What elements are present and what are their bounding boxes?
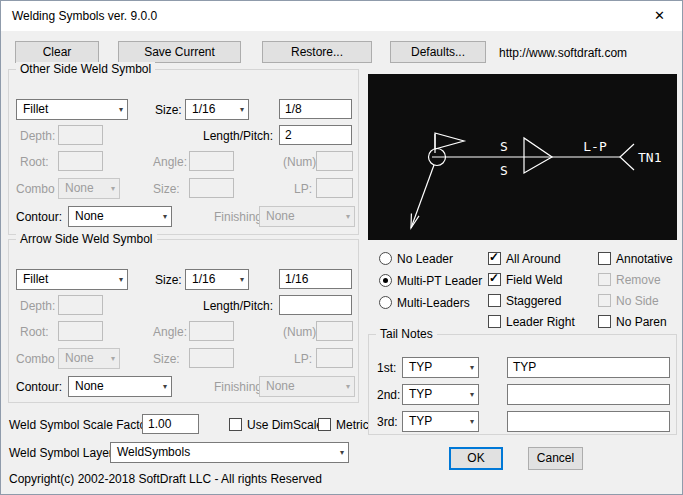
- multi-pt-leader-radio-circle: [379, 274, 392, 287]
- other-side-size-label: Size:: [155, 103, 182, 117]
- tail-note-3rd-field[interactable]: [507, 411, 670, 432]
- preview-size-upper: S: [500, 139, 508, 154]
- arrow-side-finishing-label: Finishing: [214, 380, 262, 394]
- dropdown-arrow-icon: ▾: [470, 390, 474, 400]
- dropdown-arrow-icon: ▾: [111, 184, 115, 194]
- arrow-side-type-select[interactable]: Fillet ▾: [16, 269, 128, 290]
- other-side-combo-select: None ▾: [58, 178, 120, 199]
- annotative-checkbox[interactable]: ✓ Annotative: [598, 251, 673, 266]
- layer-select[interactable]: WeldSymbols ▾: [110, 442, 349, 463]
- tail-note-2nd-label: 2nd:: [377, 388, 400, 402]
- dropdown-arrow-icon: ▾: [240, 275, 244, 285]
- annotative-checkbox-box: ✓: [598, 252, 611, 265]
- arrow-side-num-field: [316, 321, 353, 341]
- staggered-label: Staggered: [506, 294, 561, 308]
- all-around-checkbox[interactable]: ✓ All Around: [488, 251, 561, 266]
- multi-pt-leader-radio-label: Multi-PT Leader: [397, 274, 482, 288]
- other-side-combo-value: None: [65, 181, 94, 195]
- tail-note-1st-field[interactable]: TYP: [507, 357, 670, 378]
- other-side-angle-field: [189, 151, 234, 171]
- arrow-side-root-field: [58, 321, 103, 341]
- other-side-size-select[interactable]: 1/16 ▾: [185, 99, 249, 120]
- remove-checkbox-box: ✓: [598, 273, 611, 286]
- other-side-size-field[interactable]: 1/8: [279, 99, 352, 119]
- tail-note-2nd-field[interactable]: [507, 384, 670, 405]
- arrow-side-finishing-value: None: [266, 379, 295, 393]
- arrow-side-type-value: Fillet: [23, 272, 48, 286]
- title-bar: Welding Symbols ver. 9.0.0 ✕: [1, 1, 682, 31]
- all-around-label: All Around: [506, 252, 561, 266]
- arrow-side-group-title: Arrow Side Weld Symbol: [16, 232, 157, 246]
- multi-leaders-radio[interactable]: Multi-Leaders: [379, 295, 470, 310]
- staggered-checkbox[interactable]: ✓ Staggered: [488, 293, 561, 308]
- no-side-label: No Side: [616, 294, 659, 308]
- metric-checkbox[interactable]: ✓ Metric: [318, 417, 369, 432]
- no-leader-radio-circle: [379, 252, 392, 265]
- tail-note-2nd-select[interactable]: TYP ▾: [402, 384, 479, 405]
- dropdown-arrow-icon: ▾: [346, 212, 350, 222]
- multi-pt-leader-radio[interactable]: Multi-PT Leader: [379, 273, 482, 288]
- no-leader-radio[interactable]: No Leader: [379, 251, 453, 266]
- arrow-side-lp-field: [316, 348, 353, 368]
- cancel-button[interactable]: Cancel: [528, 447, 583, 470]
- arrow-side-size-select-value: 1/16: [192, 272, 215, 286]
- other-side-angle-label: Angle:: [153, 155, 187, 169]
- arrow-side-contour-value: None: [75, 379, 104, 393]
- arrow-side-contour-select[interactable]: None ▾: [68, 376, 172, 397]
- save-current-button[interactable]: Save Current: [118, 41, 241, 63]
- dropdown-arrow-icon: ▾: [470, 363, 474, 373]
- other-side-num-label: (Num): [283, 155, 316, 169]
- dropdown-arrow-icon: ▾: [119, 275, 123, 285]
- no-paren-checkbox-box: ✓: [598, 315, 611, 328]
- other-side-combo-label: Combo: [16, 182, 55, 196]
- other-side-size-select-value: 1/16: [192, 102, 215, 116]
- close-button[interactable]: ✕: [637, 1, 682, 31]
- field-weld-label: Field Weld: [506, 273, 562, 287]
- layer-select-value: WeldSymbols: [117, 445, 190, 459]
- defaults-button[interactable]: Defaults...: [390, 41, 486, 63]
- scale-factor-label: Weld Symbol Scale Factor:: [9, 418, 154, 432]
- tail-notes-group-title: Tail Notes: [376, 327, 437, 341]
- arrow-side-root-label: Root:: [20, 325, 49, 339]
- arrow-side-length-pitch-field[interactable]: [279, 295, 352, 315]
- other-side-num-field: [316, 151, 353, 171]
- metric-checkbox-box: ✓: [318, 418, 331, 431]
- multi-leaders-radio-circle: [379, 296, 392, 309]
- arrow-side-combo-select: None ▾: [58, 348, 120, 369]
- dropdown-arrow-icon: ▾: [163, 212, 167, 222]
- dropdown-arrow-icon: ▾: [119, 105, 123, 115]
- scale-factor-field[interactable]: 1.00: [142, 414, 199, 434]
- other-side-group: Other Side Weld Symbol Fillet ▾ Size: 1/…: [8, 69, 359, 235]
- other-side-length-pitch-label: Length/Pitch:: [203, 129, 273, 143]
- arrow-side-depth-label: Depth:: [20, 299, 55, 313]
- arrow-side-group: Arrow Side Weld Symbol Fillet ▾ Size: 1/…: [8, 239, 359, 403]
- arrow-side-size-select[interactable]: 1/16 ▾: [185, 269, 249, 290]
- arrow-side-size-field[interactable]: 1/16: [279, 269, 352, 289]
- tail-notes-group: Tail Notes 1st: TYP ▾ TYP 2nd: TYP ▾ 3rd…: [368, 334, 677, 435]
- other-side-length-pitch-field[interactable]: 2: [279, 125, 352, 145]
- no-paren-checkbox[interactable]: ✓ No Paren: [598, 314, 667, 329]
- clear-button[interactable]: Clear: [15, 41, 99, 63]
- tail-note-1st-select[interactable]: TYP ▾: [402, 357, 479, 378]
- other-side-contour-select[interactable]: None ▾: [68, 206, 172, 227]
- tail-note-3rd-select[interactable]: TYP ▾: [402, 411, 479, 432]
- other-side-group-title: Other Side Weld Symbol: [16, 62, 155, 76]
- arrow-side-finishing-select: None ▾: [259, 376, 355, 397]
- dropdown-arrow-icon: ▾: [346, 382, 350, 392]
- preview-length-pitch: L-P: [583, 139, 607, 154]
- other-side-type-select[interactable]: Fillet ▾: [16, 99, 128, 120]
- use-dimscale-checkbox[interactable]: ✓ Use DimScale: [229, 417, 323, 432]
- ok-button[interactable]: OK: [449, 447, 503, 470]
- other-side-root-label: Root:: [20, 155, 49, 169]
- arrow-side-angle-label: Angle:: [153, 325, 187, 339]
- remove-checkbox: ✓ Remove: [598, 272, 661, 287]
- arrow-side-combo-size-field: [189, 348, 234, 368]
- dropdown-arrow-icon: ▾: [163, 382, 167, 392]
- leader-right-checkbox[interactable]: ✓ Leader Right: [488, 314, 575, 329]
- other-side-type-value: Fillet: [23, 102, 48, 116]
- field-weld-checkbox[interactable]: ✓ Field Weld: [488, 272, 562, 287]
- arrow-side-combo-value: None: [65, 351, 94, 365]
- tail-note-3rd-label: 3rd:: [377, 415, 398, 429]
- annotative-label: Annotative: [616, 252, 673, 266]
- restore-button[interactable]: Restore...: [262, 41, 372, 63]
